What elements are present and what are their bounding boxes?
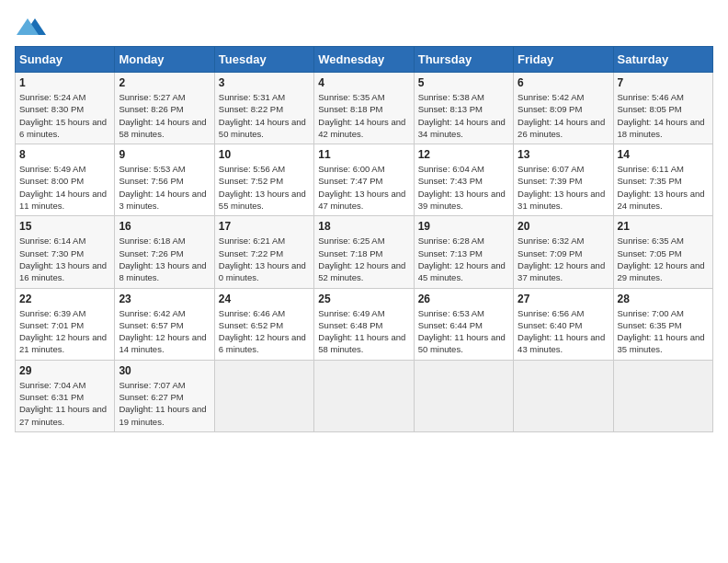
calendar-cell: 24 Sunrise: 6:46 AMSunset: 6:52 PMDaylig…: [214, 288, 313, 360]
day-number: 21: [618, 220, 709, 233]
day-info: Sunrise: 6:04 AMSunset: 7:43 PMDaylight:…: [418, 163, 509, 212]
day-number: 22: [19, 293, 110, 305]
day-number: 15: [19, 220, 110, 233]
calendar-cell: 29 Sunrise: 7:04 AMSunset: 6:31 PMDaylig…: [16, 360, 115, 431]
day-number: 1: [19, 76, 110, 89]
calendar-cell: 23 Sunrise: 6:42 AMSunset: 6:57 PMDaylig…: [115, 288, 214, 360]
day-info: Sunrise: 6:42 AMSunset: 6:57 PMDaylight:…: [119, 307, 210, 356]
calendar-cell: [613, 360, 712, 431]
day-info: Sunrise: 5:35 AMSunset: 8:18 PMDaylight:…: [318, 91, 409, 140]
day-info: Sunrise: 6:32 AMSunset: 7:09 PMDaylight:…: [518, 235, 609, 283]
calendar-cell: 21 Sunrise: 6:35 AMSunset: 7:05 PMDaylig…: [613, 216, 712, 288]
calendar-cell: 28 Sunrise: 7:00 AMSunset: 6:35 PMDaylig…: [613, 288, 712, 360]
calendar-header-row: SundayMondayTuesdayWednesdayThursdayFrid…: [16, 47, 713, 73]
day-info: Sunrise: 5:42 AMSunset: 8:09 PMDaylight:…: [518, 91, 609, 140]
calendar-cell: 13 Sunrise: 6:07 AMSunset: 7:39 PMDaylig…: [514, 144, 613, 216]
day-info: Sunrise: 5:31 AMSunset: 8:22 PMDaylight:…: [219, 91, 310, 140]
calendar-cell: 25 Sunrise: 6:49 AMSunset: 6:48 PMDaylig…: [314, 288, 414, 360]
calendar-cell: [414, 360, 513, 431]
day-info: Sunrise: 6:11 AMSunset: 7:35 PMDaylight:…: [618, 163, 709, 212]
calendar-cell: 22 Sunrise: 6:39 AMSunset: 7:01 PMDaylig…: [16, 288, 115, 360]
day-number: 24: [219, 293, 310, 305]
day-number: 7: [618, 76, 709, 89]
calendar-cell: 19 Sunrise: 6:28 AMSunset: 7:13 PMDaylig…: [414, 216, 513, 288]
day-number: 30: [119, 364, 210, 377]
calendar-cell: 18 Sunrise: 6:25 AMSunset: 7:18 PMDaylig…: [314, 216, 414, 288]
day-number: 27: [518, 293, 609, 305]
day-number: 16: [119, 220, 210, 233]
day-info: Sunrise: 7:07 AMSunset: 6:27 PMDaylight:…: [119, 379, 210, 428]
day-number: 26: [418, 293, 509, 305]
calendar-cell: [314, 360, 414, 431]
day-number: 29: [19, 364, 110, 377]
day-number: 6: [518, 76, 609, 89]
day-info: Sunrise: 5:27 AMSunset: 8:26 PMDaylight:…: [119, 91, 210, 140]
day-number: 23: [119, 293, 210, 305]
calendar-cell: 2 Sunrise: 5:27 AMSunset: 8:26 PMDayligh…: [115, 73, 214, 144]
weekday-header-friday: Friday: [514, 47, 613, 73]
calendar-cell: 10 Sunrise: 5:56 AMSunset: 7:52 PMDaylig…: [214, 144, 313, 216]
calendar-cell: 17 Sunrise: 6:21 AMSunset: 7:22 PMDaylig…: [214, 216, 313, 288]
weekday-header-monday: Monday: [115, 47, 214, 73]
day-info: Sunrise: 6:53 AMSunset: 6:44 PMDaylight:…: [418, 307, 509, 356]
day-number: 10: [219, 148, 310, 161]
day-number: 20: [518, 220, 609, 233]
day-info: Sunrise: 6:35 AMSunset: 7:05 PMDaylight:…: [618, 235, 709, 283]
day-number: 4: [318, 76, 409, 89]
day-info: Sunrise: 6:28 AMSunset: 7:13 PMDaylight:…: [418, 235, 509, 283]
calendar-cell: 3 Sunrise: 5:31 AMSunset: 8:22 PMDayligh…: [214, 73, 313, 144]
calendar-week-1: 1 Sunrise: 5:24 AMSunset: 8:30 PMDayligh…: [16, 73, 713, 144]
day-number: 3: [219, 76, 310, 89]
weekday-header-tuesday: Tuesday: [214, 47, 313, 73]
calendar-cell: 26 Sunrise: 6:53 AMSunset: 6:44 PMDaylig…: [414, 288, 513, 360]
day-info: Sunrise: 6:18 AMSunset: 7:26 PMDaylight:…: [119, 235, 210, 283]
calendar-cell: 7 Sunrise: 5:46 AMSunset: 8:05 PMDayligh…: [613, 73, 712, 144]
day-info: Sunrise: 7:04 AMSunset: 6:31 PMDaylight:…: [19, 379, 110, 428]
calendar-cell: 12 Sunrise: 6:04 AMSunset: 7:43 PMDaylig…: [414, 144, 513, 216]
day-info: Sunrise: 6:25 AMSunset: 7:18 PMDaylight:…: [318, 235, 409, 283]
calendar-cell: 20 Sunrise: 6:32 AMSunset: 7:09 PMDaylig…: [514, 216, 613, 288]
calendar-table: SundayMondayTuesdayWednesdayThursdayFrid…: [15, 46, 713, 432]
day-number: 14: [618, 148, 709, 161]
day-number: 18: [318, 220, 409, 233]
weekday-header-thursday: Thursday: [414, 47, 513, 73]
calendar-cell: 9 Sunrise: 5:53 AMSunset: 7:56 PMDayligh…: [115, 144, 214, 216]
day-info: Sunrise: 6:46 AMSunset: 6:52 PMDaylight:…: [219, 307, 310, 356]
calendar-cell: 6 Sunrise: 5:42 AMSunset: 8:09 PMDayligh…: [514, 73, 613, 144]
day-number: 9: [119, 148, 210, 161]
day-number: 17: [219, 220, 310, 233]
day-info: Sunrise: 7:00 AMSunset: 6:35 PMDaylight:…: [618, 307, 709, 356]
calendar-cell: 1 Sunrise: 5:24 AMSunset: 8:30 PMDayligh…: [16, 73, 115, 144]
page-header: [15, 15, 713, 35]
day-info: Sunrise: 5:56 AMSunset: 7:52 PMDaylight:…: [219, 163, 310, 212]
day-number: 8: [19, 148, 110, 161]
calendar-cell: 14 Sunrise: 6:11 AMSunset: 7:35 PMDaylig…: [613, 144, 712, 216]
day-info: Sunrise: 6:56 AMSunset: 6:40 PMDaylight:…: [518, 307, 609, 356]
calendar-week-4: 22 Sunrise: 6:39 AMSunset: 7:01 PMDaylig…: [16, 288, 713, 360]
calendar-cell: 4 Sunrise: 5:35 AMSunset: 8:18 PMDayligh…: [314, 73, 414, 144]
logo-icon: [17, 15, 46, 40]
calendar-cell: 8 Sunrise: 5:49 AMSunset: 8:00 PMDayligh…: [16, 144, 115, 216]
calendar-cell: [514, 360, 613, 431]
calendar-cell: 16 Sunrise: 6:18 AMSunset: 7:26 PMDaylig…: [115, 216, 214, 288]
weekday-header-sunday: Sunday: [16, 47, 115, 73]
day-number: 28: [618, 293, 709, 305]
calendar-week-3: 15 Sunrise: 6:14 AMSunset: 7:30 PMDaylig…: [16, 216, 713, 288]
day-number: 2: [119, 76, 210, 89]
day-info: Sunrise: 5:46 AMSunset: 8:05 PMDaylight:…: [618, 91, 709, 140]
calendar-cell: 15 Sunrise: 6:14 AMSunset: 7:30 PMDaylig…: [16, 216, 115, 288]
day-info: Sunrise: 6:00 AMSunset: 7:47 PMDaylight:…: [318, 163, 409, 212]
weekday-header-saturday: Saturday: [613, 47, 712, 73]
day-info: Sunrise: 6:14 AMSunset: 7:30 PMDaylight:…: [19, 235, 110, 283]
calendar-week-5: 29 Sunrise: 7:04 AMSunset: 6:31 PMDaylig…: [16, 360, 713, 431]
calendar-cell: 11 Sunrise: 6:00 AMSunset: 7:47 PMDaylig…: [314, 144, 414, 216]
day-info: Sunrise: 6:39 AMSunset: 7:01 PMDaylight:…: [19, 307, 110, 356]
day-info: Sunrise: 5:49 AMSunset: 8:00 PMDaylight:…: [19, 163, 110, 212]
day-number: 13: [518, 148, 609, 161]
day-info: Sunrise: 5:38 AMSunset: 8:13 PMDaylight:…: [418, 91, 509, 140]
day-info: Sunrise: 5:24 AMSunset: 8:30 PMDaylight:…: [19, 91, 110, 140]
day-number: 5: [418, 76, 509, 89]
calendar-week-2: 8 Sunrise: 5:49 AMSunset: 8:00 PMDayligh…: [16, 144, 713, 216]
day-info: Sunrise: 5:53 AMSunset: 7:56 PMDaylight:…: [119, 163, 210, 212]
day-info: Sunrise: 6:49 AMSunset: 6:48 PMDaylight:…: [318, 307, 409, 356]
